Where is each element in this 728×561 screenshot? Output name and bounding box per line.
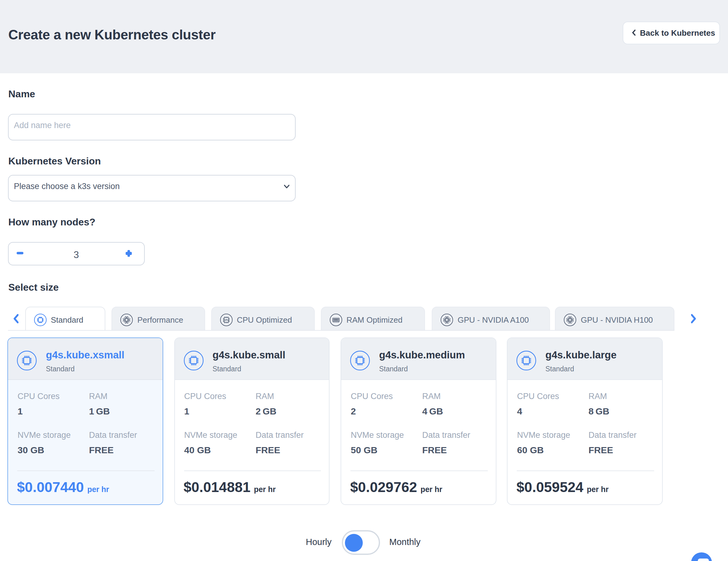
svg-text:CPU: CPU (224, 319, 229, 321)
